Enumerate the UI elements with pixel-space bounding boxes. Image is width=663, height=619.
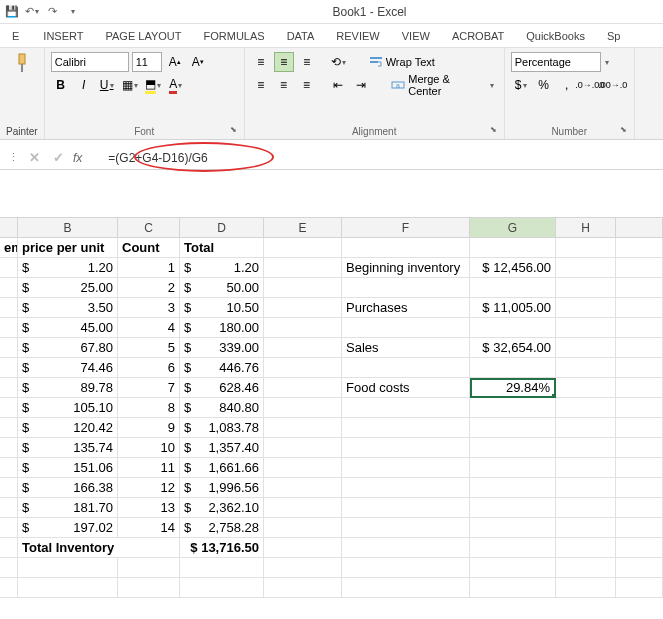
decrease-indent-icon[interactable]: ⇤ <box>328 75 348 95</box>
font-dialog-launcher-icon[interactable]: ⬊ <box>230 125 242 137</box>
cell-total-inventory-value[interactable]: $ 13,716.50 <box>180 538 264 558</box>
cell[interactable] <box>264 378 342 398</box>
cell[interactable] <box>264 438 342 458</box>
partial-tab[interactable]: E <box>8 28 23 44</box>
cell[interactable] <box>616 338 663 358</box>
cell-value[interactable] <box>470 518 556 538</box>
cell-label[interactable] <box>342 518 470 538</box>
row-stub[interactable] <box>0 418 18 438</box>
fill-color-button[interactable]: ⬒▾ <box>143 75 163 95</box>
cell-price[interactable]: $135.74 <box>18 438 118 458</box>
cell-total[interactable]: $180.00 <box>180 318 264 338</box>
cell[interactable] <box>556 278 616 298</box>
orientation-icon[interactable]: ⟲▾ <box>329 52 349 72</box>
tab-acrobat[interactable]: ACROBAT <box>450 28 506 44</box>
cell[interactable] <box>470 238 556 258</box>
cell[interactable] <box>616 478 663 498</box>
cell-total-inventory-label[interactable]: Total Inventory <box>18 538 180 558</box>
cell-price[interactable]: $3.50 <box>18 298 118 318</box>
cell-value[interactable] <box>470 478 556 498</box>
cell[interactable] <box>556 438 616 458</box>
cell[interactable] <box>0 578 18 598</box>
cell[interactable] <box>18 578 118 598</box>
cell[interactable] <box>556 498 616 518</box>
cell[interactable] <box>556 558 616 578</box>
cell[interactable] <box>556 578 616 598</box>
cell[interactable] <box>616 438 663 458</box>
cell[interactable] <box>264 418 342 438</box>
accounting-format-button[interactable]: $▾ <box>511 75 531 95</box>
enter-formula-icon[interactable]: ✓ <box>49 149 67 167</box>
cell-value[interactable] <box>470 458 556 478</box>
cell-price[interactable]: $151.06 <box>18 458 118 478</box>
format-painter-button[interactable] <box>14 52 30 74</box>
cell-value[interactable] <box>470 418 556 438</box>
cell-value[interactable]: $ 12,456.00 <box>470 258 556 278</box>
fx-icon[interactable]: fx <box>73 151 82 165</box>
cell[interactable] <box>616 378 663 398</box>
italic-button[interactable]: I <box>74 75 94 95</box>
row-stub[interactable] <box>0 338 18 358</box>
cell-total[interactable]: $840.80 <box>180 398 264 418</box>
increase-font-icon[interactable]: A▴ <box>165 52 185 72</box>
cell-header-total[interactable]: Total <box>180 238 264 258</box>
cell-price[interactable]: $45.00 <box>18 318 118 338</box>
cell[interactable] <box>264 398 342 418</box>
cell[interactable] <box>556 298 616 318</box>
col-header-b[interactable]: B <box>18 218 118 238</box>
tab-quickbooks[interactable]: QuickBooks <box>524 28 587 44</box>
col-header-h[interactable]: H <box>556 218 616 238</box>
cell-value[interactable] <box>470 278 556 298</box>
cell[interactable] <box>18 558 118 578</box>
cell-header-count[interactable]: Count <box>118 238 180 258</box>
col-header-extra[interactable] <box>616 218 663 238</box>
cell[interactable] <box>556 478 616 498</box>
cell-value[interactable] <box>470 398 556 418</box>
cell[interactable] <box>264 298 342 318</box>
cell-count[interactable]: 2 <box>118 278 180 298</box>
cell-total[interactable]: $1.20 <box>180 258 264 278</box>
cell[interactable] <box>616 538 663 558</box>
cell[interactable] <box>470 558 556 578</box>
cell-label[interactable] <box>342 498 470 518</box>
cell-label[interactable] <box>342 458 470 478</box>
cell[interactable] <box>616 318 663 338</box>
cell[interactable] <box>616 418 663 438</box>
row-stub[interactable] <box>0 258 18 278</box>
cell-count[interactable]: 13 <box>118 498 180 518</box>
cell[interactable] <box>556 338 616 358</box>
wrap-text-button[interactable]: Wrap Text <box>365 52 439 72</box>
cell[interactable] <box>342 578 470 598</box>
save-icon[interactable]: 💾 <box>4 4 20 20</box>
cell-price[interactable]: $25.00 <box>18 278 118 298</box>
cell-label[interactable]: Food costs <box>342 378 470 398</box>
cell-count[interactable]: 9 <box>118 418 180 438</box>
cell[interactable] <box>556 538 616 558</box>
tab-insert[interactable]: INSERT <box>41 28 85 44</box>
cell-total[interactable]: $1,357.40 <box>180 438 264 458</box>
cell[interactable] <box>556 358 616 378</box>
cell-label[interactable] <box>342 478 470 498</box>
cell-total[interactable]: $628.46 <box>180 378 264 398</box>
cell[interactable] <box>556 398 616 418</box>
col-header-f[interactable]: F <box>342 218 470 238</box>
col-header-g[interactable]: G <box>470 218 556 238</box>
col-header-e[interactable]: E <box>264 218 342 238</box>
align-right-icon[interactable]: ≡ <box>297 75 317 95</box>
cell[interactable] <box>556 518 616 538</box>
cell[interactable] <box>264 538 342 558</box>
cell[interactable] <box>264 358 342 378</box>
redo-icon[interactable]: ↷ <box>44 4 60 20</box>
cell-label[interactable]: Purchases <box>342 298 470 318</box>
cell[interactable] <box>616 238 663 258</box>
cell[interactable] <box>342 538 470 558</box>
cell-count[interactable]: 3 <box>118 298 180 318</box>
cell-label[interactable] <box>342 318 470 338</box>
cell-count[interactable]: 1 <box>118 258 180 278</box>
cell[interactable] <box>118 578 180 598</box>
tab-data[interactable]: DATA <box>285 28 317 44</box>
cell[interactable] <box>264 518 342 538</box>
cell-total[interactable]: $339.00 <box>180 338 264 358</box>
cell-price[interactable]: $89.78 <box>18 378 118 398</box>
align-left-icon[interactable]: ≡ <box>251 75 271 95</box>
